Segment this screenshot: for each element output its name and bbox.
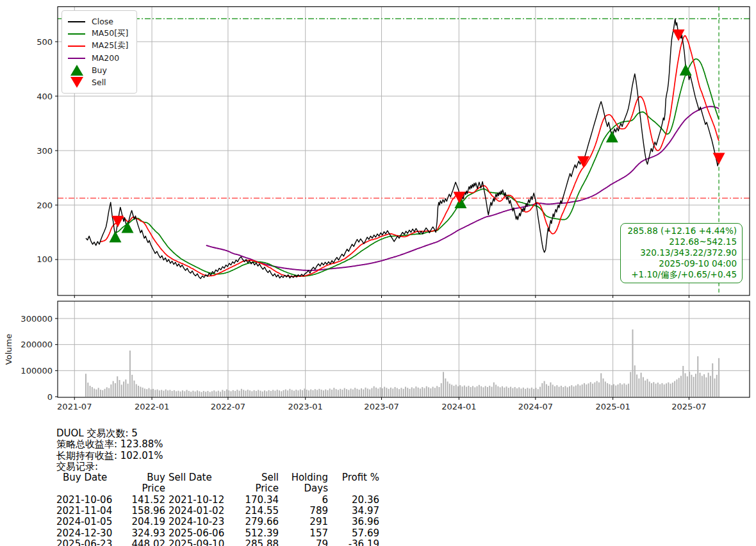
volume-bar xyxy=(428,387,429,397)
legend-item: Close xyxy=(68,15,129,28)
volume-bar xyxy=(703,374,705,397)
trade-cell: 214.55 xyxy=(240,506,279,517)
volume-bar xyxy=(159,390,160,397)
volume-bar xyxy=(350,388,352,397)
volume-bar xyxy=(375,388,377,397)
volume-bar xyxy=(561,386,562,397)
volume-bar xyxy=(344,388,345,397)
volume-bar xyxy=(504,388,505,397)
volume-bar xyxy=(500,387,501,397)
volume-bar xyxy=(199,391,200,397)
volume-bar xyxy=(306,390,308,397)
volume-bar xyxy=(712,363,713,397)
volume-bar xyxy=(641,373,642,397)
volume-bar xyxy=(535,388,536,397)
price-tick-label: 100 xyxy=(37,254,53,264)
volume-bar xyxy=(380,387,381,397)
volume-bar xyxy=(477,386,478,397)
volume-bar xyxy=(708,373,709,397)
volume-bar xyxy=(205,392,206,397)
volume-bar xyxy=(651,383,652,397)
x-tick-label: 2022-01 xyxy=(135,402,169,411)
volume-bar xyxy=(287,390,288,397)
volume-bar xyxy=(283,390,284,397)
volume-bar xyxy=(274,391,275,397)
trade-cell: 141.52 xyxy=(124,495,165,506)
volume-bar xyxy=(300,390,301,397)
volume-bar xyxy=(138,386,139,397)
volume-bar xyxy=(620,383,621,397)
volume-bar xyxy=(615,386,616,397)
volume-bar xyxy=(304,388,305,397)
trade-row: 2025-06-23448.022025-09-10285.8879-36.19 xyxy=(56,539,379,546)
volume-bar xyxy=(556,385,557,397)
volume-bar xyxy=(685,373,686,397)
volume-bar xyxy=(104,389,106,397)
trade-cell: 34.97 xyxy=(328,506,379,517)
volume-bar xyxy=(592,384,593,397)
trade-cell: 324.93 xyxy=(124,528,165,539)
volume-bar xyxy=(163,391,164,397)
volume-bar xyxy=(411,387,413,397)
volume-bar xyxy=(85,374,86,397)
x-tick-label: 2023-07 xyxy=(364,402,399,411)
volume-bar xyxy=(611,385,612,397)
volume-bar xyxy=(302,390,303,397)
sell-triangle-icon xyxy=(70,77,83,88)
volume-bar xyxy=(392,388,393,397)
volume-bar xyxy=(596,381,598,397)
volume-bar xyxy=(182,390,183,397)
sell-marker xyxy=(713,153,725,165)
volume-bar xyxy=(346,389,347,397)
volume-bar xyxy=(563,387,564,397)
volume-bar xyxy=(186,390,188,397)
volume-bar xyxy=(233,390,234,397)
volume-bar xyxy=(167,390,168,397)
trade-col-header: Buy Date xyxy=(56,472,124,495)
volume-bar xyxy=(687,376,688,397)
trade-row: 2021-10-06141.522021-10-12170.34620.36 xyxy=(56,495,379,506)
volume-bar xyxy=(697,356,698,397)
trade-cell: 2025-06-23 xyxy=(56,539,124,546)
volume-bar xyxy=(329,388,331,397)
volume-bar xyxy=(210,392,211,397)
volume-bar xyxy=(420,388,421,397)
trade-cell: 789 xyxy=(279,506,328,517)
volume-bar xyxy=(197,390,198,397)
legend-item: MA200 xyxy=(68,52,129,64)
volume-bar xyxy=(405,387,406,397)
volume-bar xyxy=(682,366,684,397)
volume-bar xyxy=(510,387,511,397)
volume-bar xyxy=(176,391,177,397)
volume-bar xyxy=(710,376,711,397)
volume-bar xyxy=(188,391,190,397)
volume-bar xyxy=(577,384,579,397)
volume-bar xyxy=(626,385,627,397)
volume-bar xyxy=(352,390,354,397)
volume-bar xyxy=(459,385,461,397)
volume-bar xyxy=(659,384,661,397)
strategy-stats: DUOL 交易次数: 5策略总收益率: 123.88%长期持有收益: 102.0… xyxy=(56,428,379,546)
volume-bar xyxy=(436,386,438,397)
volume-bar xyxy=(539,387,541,397)
volume-bar xyxy=(415,386,416,397)
volume-bar xyxy=(272,390,274,397)
legend-label: Sell xyxy=(92,78,106,87)
trade-cell: 2024-10-23 xyxy=(165,517,240,527)
volume-bar xyxy=(377,388,379,397)
volume-bar xyxy=(472,386,473,397)
trade-cell: 2024-01-02 xyxy=(165,506,240,517)
volume-bar xyxy=(418,388,419,397)
volume-bar xyxy=(523,388,524,397)
volume-bar xyxy=(668,383,669,397)
volume-bar xyxy=(216,392,217,397)
volume-bar xyxy=(657,383,659,397)
volume-bar xyxy=(470,387,472,397)
volume-bar xyxy=(361,388,362,397)
volume-bar xyxy=(538,389,539,397)
volume-bar xyxy=(165,390,167,397)
volume-bar xyxy=(98,388,99,397)
trade-cell: 2021-10-06 xyxy=(56,495,124,506)
volume-bar xyxy=(502,386,503,397)
annotation-line: 285.88 (+12.16 +4.44%) xyxy=(627,226,737,236)
